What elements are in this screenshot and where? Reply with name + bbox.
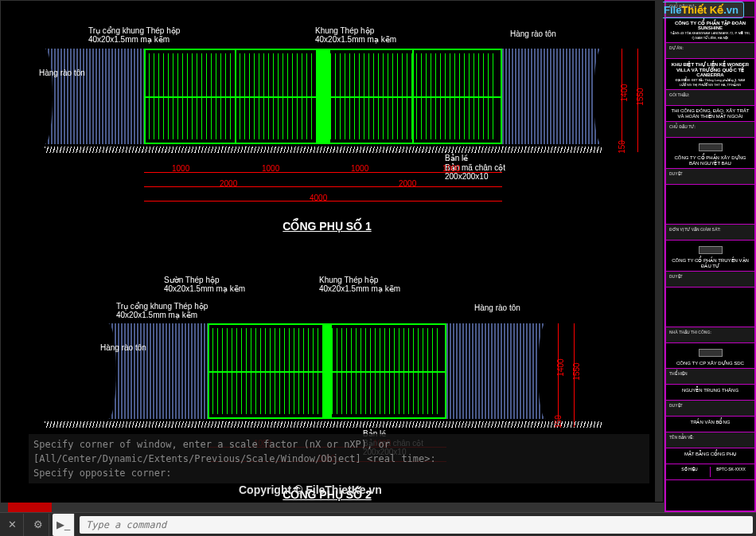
scrollbar-vertical[interactable] bbox=[655, 0, 663, 502]
dim-1550-2: 1550 bbox=[572, 362, 581, 380]
label-khung-thep-2: Khung Thép hộp40x20x1.5mm mạ kẽm bbox=[319, 276, 400, 293]
close-command-icon[interactable]: ✕ bbox=[2, 514, 24, 536]
tb-nha-thau: CÔNG TY CP XÂY DỰNG SDC bbox=[666, 343, 754, 369]
label-khung-thep-1: Khung Thép hộp40x20x1.5mm mạ kẽm bbox=[315, 26, 396, 44]
dim-150-1: 150 bbox=[618, 140, 626, 154]
drawing-canvas[interactable]: Trụ cổng khung Thép hộp40x20x1.5mm mạ kẽ… bbox=[1, 1, 664, 509]
label-hang-rao-right-2: Hàng rào tôn bbox=[474, 303, 520, 312]
scrollbar-horizontal[interactable] bbox=[0, 503, 664, 512]
logo-box-1 bbox=[699, 143, 723, 151]
dim-1400-1: 1400 bbox=[620, 84, 629, 101]
cad-viewport[interactable]: Trụ cổng khung Thép hộp40x20x1.5mm mạ kẽ… bbox=[0, 0, 664, 510]
tb-company: CÔNG TY CỔ PHẦN TẬP ĐOÀN SUNSHINE TẦNG 4… bbox=[666, 18, 754, 43]
watermark-logo: FileThiết Kế.vn bbox=[658, 2, 744, 18]
dim-1000-1b: 1000 bbox=[262, 164, 279, 173]
command-prompt-icon: ▶_ bbox=[53, 514, 75, 536]
copyright-text: Copyright © FileThietKe.vn bbox=[239, 483, 382, 496]
tb-nha-thau-h: NHÀ THẦU THI CÔNG: bbox=[666, 327, 754, 343]
tb-ten-bv-h: TÊN BẢN VẼ: bbox=[666, 432, 754, 448]
tb-goi-thau-h: GÓI THẦU: bbox=[666, 90, 754, 106]
tb-duyet3-h: DUYỆT bbox=[666, 401, 754, 417]
logo-box-2 bbox=[699, 246, 723, 254]
label-hang-rao-left-1: Hàng rào tôn bbox=[39, 68, 85, 77]
ground-hatch-2 bbox=[45, 421, 602, 428]
dim-1550-1: 1550 bbox=[636, 88, 645, 105]
dim-1000-1c: 1000 bbox=[351, 164, 368, 173]
label-ban-le-1: Bản lề bbox=[445, 154, 468, 162]
label-hang-rao-right-1: Hàng rào tôn bbox=[510, 29, 556, 38]
tb-du-an-h: DỰ ÁN: bbox=[666, 43, 754, 59]
label-tru-cong-1: Trụ cổng khung Thép hộp40x20x1.5mm mạ kẽ… bbox=[88, 26, 180, 44]
command-bar: ✕ ⚙ ▶_ bbox=[0, 512, 756, 536]
tb-du-an: KHU BIỆT THỰ LIỀN KỀ WONDER VILLA VÀ TRƯ… bbox=[666, 59, 754, 90]
tb-bv-no: SỐ HIỆU BPTC-SK-XXXX bbox=[666, 464, 754, 480]
titleblock: CHỦ ĐẦU TƯ: CÔNG TY CỔ PHẦN TẬP ĐOÀN SUN… bbox=[664, 0, 756, 512]
gate-2 bbox=[208, 323, 446, 419]
tb-the-hien: NGUYỄN TRUNG THĂNG bbox=[666, 385, 754, 401]
tb-duyet2 bbox=[666, 288, 754, 327]
tb-chu-dau-tu2-h: CHỦ ĐẦU TƯ: bbox=[666, 122, 754, 138]
tb-the-hien-h: THỂ HIỆN bbox=[666, 369, 754, 385]
dim-1000-1a: 1000 bbox=[172, 164, 189, 173]
fence-right-1 bbox=[502, 49, 602, 144]
dim-2000-1b: 2000 bbox=[399, 179, 416, 188]
command-history: Specify corner of window, enter a scale … bbox=[29, 434, 649, 483]
label-suon-thep-2: Sườn Thép hộp40x20x1.5mm mạ kẽm bbox=[164, 276, 245, 293]
customize-icon[interactable]: ⚙ bbox=[27, 514, 49, 536]
gate-1 bbox=[144, 49, 502, 144]
tb-goi-thau: THI CÔNG ĐÓNG, ĐÀO, XÂY TRÁT VÀ HOÀN THI… bbox=[666, 106, 754, 122]
drawing-title-1: CỔNG PHỤ SỐ 1 bbox=[271, 220, 383, 233]
dim-1400-2: 1400 bbox=[556, 358, 565, 376]
logo-box-3 bbox=[699, 349, 723, 357]
fence-left-2 bbox=[108, 323, 208, 419]
command-input[interactable] bbox=[80, 516, 753, 534]
tb-dv-tvgs-h: ĐƠN VỊ TƯ VẤN GIÁM SÁT: bbox=[666, 225, 754, 241]
tb-duyet3: TRẦN VĂN BỔNG bbox=[666, 417, 754, 432]
fence-right-2 bbox=[446, 323, 546, 419]
dim-150-2: 150 bbox=[554, 415, 563, 428]
dim-1000-1d: 1000 bbox=[442, 164, 460, 173]
tb-ten-bv: MẶT BẰNG CỔNG PHỤ bbox=[666, 448, 754, 464]
label-tru-cong-2: Trụ cổng khung Thép hộp40x20x1.5mm mạ kẽ… bbox=[116, 302, 208, 319]
tb-duyet2-h: DUYỆT bbox=[666, 272, 754, 288]
tb-chu-dau-tu2: CÔNG TY CỔ PHẦN XÂY DỰNG BÁN NGUYỆT BAU bbox=[666, 138, 754, 169]
dim-4000-1: 4000 bbox=[310, 194, 327, 202]
ground-hatch-1 bbox=[45, 147, 602, 153]
tb-duyet1 bbox=[666, 185, 754, 225]
scrollbar-thumb[interactable] bbox=[8, 503, 52, 512]
fence-left-1 bbox=[45, 49, 144, 144]
label-hang-rao-left-2: Hàng rào tôn bbox=[100, 343, 146, 352]
tb-duyet1-h: DUYỆT bbox=[666, 169, 754, 185]
tb-dv-tvgs: CÔNG TY CỔ PHẦN TRUYỀN VẬN ĐẦU TƯ bbox=[666, 241, 754, 272]
dim-2000-1a: 2000 bbox=[220, 179, 237, 188]
